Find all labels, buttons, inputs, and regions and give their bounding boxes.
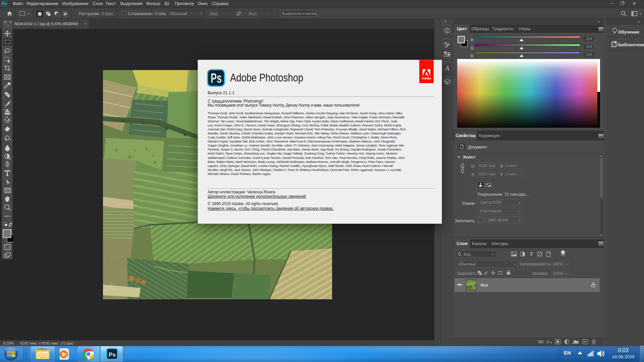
svg-text:Adobe Photoshop: Adobe Photoshop <box>230 72 303 84</box>
svg-text:Adobe: Adobe <box>422 76 431 80</box>
svg-text:A: A <box>445 65 449 71</box>
svg-text:Ps: Ps <box>211 70 222 86</box>
svg-text:Ps: Ps <box>109 352 116 358</box>
